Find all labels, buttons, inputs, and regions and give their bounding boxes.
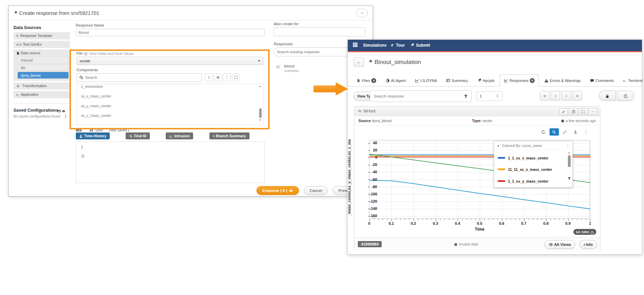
tab-badge: 0 <box>530 78 535 83</box>
cancel-button[interactable]: Cancel <box>304 186 328 195</box>
sidebar-item-text-genex[interactable]: </> Text GenEx <box>13 41 70 48</box>
response-name-input[interactable] <box>76 29 265 36</box>
card-footer: 41999984 Invalid date Alt Views iInfo <box>354 237 600 251</box>
legend-swatch <box>498 168 505 170</box>
save-icon[interactable] <box>57 109 61 113</box>
component-item[interactable]: ss_x_mass_center <box>77 91 263 101</box>
tab-files[interactable]: Files0 <box>353 75 380 86</box>
select-button[interactable] <box>559 108 568 115</box>
tab-errors-warnings[interactable]: Errors & Warnings <box>541 75 584 86</box>
more-options-button[interactable]: ⋮ <box>223 73 231 81</box>
card-title: binout <box>358 109 375 113</box>
tab-summary[interactable]: Summary <box>442 75 472 86</box>
save-ids-link[interactable]: Save <box>90 128 103 132</box>
legend-entry[interactable]: 11_11_ss_x_mass_center <box>498 166 552 172</box>
footer-buttons: Alt Views iInfo <box>542 240 597 249</box>
pencil-icon <box>563 130 567 134</box>
tab-comments[interactable]: Comments <box>586 75 618 86</box>
sidebar-item-dyna-binout[interactable]: dyna_binout <box>18 72 69 79</box>
file-select[interactable]: ssstat▾ <box>76 57 263 65</box>
file-section: File ssstat▾ <box>76 51 263 65</box>
nav-submit[interactable]: Submit <box>410 40 430 51</box>
alt-views-button[interactable]: Alt Views <box>544 240 576 249</box>
tab-ai-agent[interactable]: AI-Agent <box>382 75 410 86</box>
component-item[interactable]: z_momentum <box>77 84 263 91</box>
info-button[interactable]: iInfo <box>579 240 597 249</box>
card-header: binout ⋯ <box>354 107 600 116</box>
find-id-button[interactable]: Find ID <box>126 132 150 139</box>
nav-tour[interactable]: Tour <box>390 40 405 51</box>
check-icon <box>562 110 565 113</box>
response-search-input[interactable] <box>374 91 460 101</box>
terminal-icon: >_ <box>623 80 627 83</box>
enqueue-button[interactable]: Enqueue ( 0 ) <box>256 186 299 195</box>
sort-button[interactable] <box>205 73 213 81</box>
pointer-arrow <box>314 82 348 95</box>
tab-responses[interactable]: Responses0 <box>500 74 539 86</box>
scrollbar-thumb[interactable] <box>259 108 262 118</box>
chart-refresh-button[interactable] <box>539 130 548 135</box>
ids-textarea[interactable]: 1 11 <box>76 141 265 183</box>
prev-page-button[interactable]: ‹ <box>551 91 560 101</box>
chart-download-button[interactable] <box>571 130 580 135</box>
filter-sliders-button[interactable] <box>214 73 222 81</box>
x-tick-label: 0 <box>368 221 370 225</box>
component-item[interactable]: ss_z_mass_center <box>77 111 263 120</box>
tab-hpcjob[interactable]: Hpcjob <box>473 75 498 86</box>
chevron-down-icon[interactable]: ▾ <box>498 144 499 148</box>
sidebar-item-response-template[interactable]: ≡Response Template <box>13 32 70 39</box>
chart-edit-button[interactable] <box>560 130 569 135</box>
first-page-button[interactable]: « <box>540 91 550 101</box>
tab-terminal[interactable]: >_Terminal <box>619 75 644 86</box>
app-grid-button[interactable] <box>353 40 360 51</box>
more-button[interactable]: ⋯ <box>589 108 597 115</box>
sidebar-item-manual[interactable]: manual <box>18 57 69 63</box>
nav-simulations[interactable]: Simulations <box>363 40 387 51</box>
view-saved-link[interactable]: View Saved ▾ <box>109 128 129 132</box>
scroll-down-icon[interactable]: ▼ <box>258 119 262 122</box>
components-scrollbar[interactable]: ▲ ▼ <box>258 85 262 124</box>
y-tick-label: -160 <box>370 214 377 218</box>
last-page-button[interactable]: » <box>572 91 582 101</box>
sidebar-item-file[interactable]: file <box>18 64 69 71</box>
funnel-icon[interactable] <box>464 94 468 98</box>
legend-scrollbar[interactable]: ▲ <box>567 151 571 186</box>
x-tick-label: 0.5 <box>477 221 482 225</box>
refresh-button[interactable] <box>617 91 634 101</box>
expand-button[interactable] <box>232 73 240 81</box>
legend-entry[interactable]: 1_1_ss_x_mass_center <box>498 155 548 161</box>
scroll-up-icon[interactable]: ▲ <box>567 151 571 155</box>
copy-button[interactable] <box>569 108 578 115</box>
sidebar-item-transformation[interactable]: Transformation <box>13 82 70 90</box>
y-tick-label: -80 <box>372 185 377 189</box>
time-history-button[interactable]: Time-History <box>76 132 110 139</box>
components-search-input[interactable] <box>85 74 199 81</box>
funnel-icon[interactable] <box>568 177 571 180</box>
legend-menu-icon[interactable]: ⋮ <box>566 141 570 150</box>
list-icon: ≡ <box>16 34 18 38</box>
scroll-arrows[interactable]: ▲▼ <box>64 114 67 119</box>
tab-ls-dyna[interactable]: LS-DYNA <box>411 75 441 86</box>
also-create-input[interactable] <box>274 27 365 36</box>
branch-summary-button[interactable]: ≡ Branch Summary <box>209 132 250 139</box>
chart-icon <box>504 79 508 83</box>
paperclip-icon <box>356 79 361 83</box>
chart-more-button[interactable]: ⋮ <box>581 130 590 135</box>
component-item[interactable]: ss_y_mass_center <box>77 101 263 111</box>
arrow-shaft <box>314 85 336 92</box>
sidebar-item-application[interactable]: >_ Application <box>13 91 70 98</box>
lock-button[interactable] <box>599 91 616 101</box>
scrollbar-thumb[interactable] <box>568 155 571 167</box>
intrusion-button[interactable]: Intrusion <box>166 132 193 139</box>
sidebar-item-data-source[interactable]: Data source <box>15 49 69 57</box>
chevron-down-icon: ▾ <box>128 129 129 132</box>
scroll-up-icon[interactable]: ▲ <box>258 85 262 88</box>
minimize-button[interactable]: − <box>356 9 368 17</box>
chart-zoom-button[interactable] <box>550 128 559 136</box>
fullscreen-button[interactable] <box>579 108 588 115</box>
legend-entry[interactable]: 1_1_ss_y_mass_center <box>498 178 548 184</box>
cloud-upload-icon[interactable] <box>62 109 65 113</box>
page-input[interactable]: 1 <box>477 92 492 101</box>
back-button[interactable]: ← <box>353 57 364 67</box>
next-page-button[interactable]: › <box>562 91 571 101</box>
